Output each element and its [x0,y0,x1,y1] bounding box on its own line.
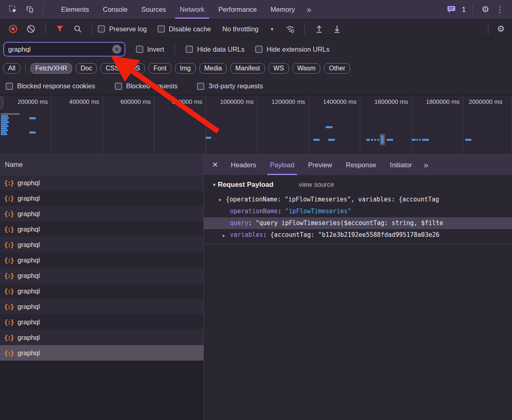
blocked-response-cookies-label: Blocked response cookies [17,82,95,90]
request-row[interactable]: {:}graphql [0,330,203,345]
checkbox[interactable] [6,83,13,90]
checkbox[interactable] [255,46,263,53]
preserve-log-checkbox[interactable]: Preserve log [98,25,147,33]
more-panels-icon[interactable]: » [302,0,315,19]
request-row[interactable]: {:}graphql [0,345,203,361]
divider [304,24,305,34]
device-toolbar-icon[interactable] [24,4,35,15]
checkbox[interactable] [98,25,105,33]
filter-chip-media[interactable]: Media [199,63,227,74]
filter-chip-wasm[interactable]: Wasm [293,63,321,74]
blocked-response-cookies-checkbox[interactable]: Blocked response cookies [6,82,95,90]
messages-icon[interactable] [446,4,457,15]
checkbox[interactable] [136,46,143,53]
export-har-icon[interactable] [332,24,342,34]
filter-chip-css[interactable]: CSS [101,63,124,74]
clear-network-log-button[interactable] [26,24,36,34]
tab-network[interactable]: Network [173,0,212,19]
checkbox[interactable] [115,83,122,90]
more-details-tabs-icon[interactable]: » [419,160,432,170]
filter-input-box[interactable]: ✕ [3,42,125,57]
payload-row-variables[interactable]: ▶variables: {accountTag: "b12e3b2192ee55… [204,229,512,241]
checkbox[interactable] [197,83,204,90]
checkbox[interactable] [158,25,165,33]
payload-value: "query ipFlowTimeseries($accountTag: str… [256,219,443,227]
details-tab-response[interactable]: Response [339,155,383,175]
record-network-log-button[interactable] [8,24,18,34]
triangle-down-icon[interactable]: ▼ [219,194,226,206]
request-row[interactable]: {:}graphql [0,190,203,206]
request-name: graphql [18,272,40,280]
divider [25,63,26,74]
filter-chip-js[interactable]: JS [127,63,145,74]
request-row[interactable]: {:}graphql [0,252,203,268]
filter-chip-manifest[interactable]: Manifest [230,63,265,74]
details-tab-payload[interactable]: Payload [263,155,301,175]
details-tabs: HeadersPayloadPreviewResponseInitiator [224,155,419,175]
filter-funnel-icon[interactable] [55,24,65,34]
clear-filter-icon[interactable]: ✕ [112,45,121,54]
tab-elements[interactable]: Elements [54,0,96,19]
request-name: graphql [18,303,40,311]
search-icon[interactable] [72,24,83,34]
network-conditions-icon[interactable] [285,24,295,34]
inspect-element-icon[interactable] [8,4,18,15]
request-row[interactable]: {:}graphql [0,237,203,252]
third-party-requests-checkbox[interactable]: 3rd-party requests [197,82,263,90]
payload-row-query[interactable]: query: "query ipFlowTimeseries($accountT… [204,217,512,229]
divider [45,24,46,34]
tab-sources[interactable]: Sources [134,0,173,19]
filter-chip-other[interactable]: Other [324,63,350,74]
request-name: graphql [18,334,40,341]
filter-chip-all[interactable]: All [3,63,20,74]
request-row[interactable]: {:}graphql [0,299,203,314]
network-overview-timeline[interactable]: 200000 ms400000 ms600000 ms800000 ms1000… [0,95,512,155]
filter-chip-fetchxhr[interactable]: Fetch/XHR [31,63,72,74]
request-row[interactable]: {:}graphql [0,283,203,299]
filter-input[interactable] [8,46,112,53]
settings-gear-icon[interactable]: ⚙ [478,4,492,14]
details-tab-initiator[interactable]: Initiator [383,155,419,175]
details-tab-preview[interactable]: Preview [301,155,339,175]
triangle-down-icon[interactable]: ▼ [212,182,217,187]
waterfall-bar [1,131,7,133]
waterfall-bar [1,115,8,117]
network-settings-gear-icon[interactable]: ⚙ [494,24,508,34]
divider [175,44,175,55]
timeline-tick: 1600000 ms [360,95,411,154]
request-row[interactable]: {:}graphql [0,221,203,237]
checkbox[interactable] [186,46,193,53]
payload-root-node[interactable]: ▼{operationName: "ipFlowTimeseries", var… [204,194,512,206]
filter-chip-doc[interactable]: Doc [76,63,97,74]
waterfall-bar [206,137,211,139]
request-row[interactable]: {:}graphql [0,314,203,330]
details-tab-headers[interactable]: Headers [224,155,263,175]
close-details-icon[interactable]: ✕ [207,160,224,169]
hide-extension-urls-checkbox[interactable]: Hide extension URLs [255,46,330,53]
request-row[interactable]: {:}graphql [0,206,203,221]
name-column-header[interactable]: Name [0,155,203,175]
import-har-icon[interactable] [314,24,324,34]
filter-chip-font[interactable]: Font [149,63,171,74]
hide-data-urls-checkbox[interactable]: Hide data URLs [186,46,244,53]
view-source-link[interactable]: view source [299,181,334,188]
disable-cache-checkbox[interactable]: Disable cache [158,25,211,33]
request-row[interactable]: {:}graphql [0,175,203,190]
payload-key: operationName [230,208,278,215]
tab-performance[interactable]: Performance [211,0,263,19]
json-braces-icon: {:} [4,241,13,249]
blocked-requests-checkbox[interactable]: Blocked requests [115,82,178,90]
filter-chip-ws[interactable]: WS [269,63,289,74]
tab-console[interactable]: Console [96,0,135,19]
filter-chip-img[interactable]: Img [175,63,196,74]
invert-checkbox[interactable]: Invert [136,46,164,53]
payload-row-operationName[interactable]: operationName: "ipFlowTimeseries" [204,206,512,217]
request-name: graphql [18,318,40,326]
tab-memory[interactable]: Memory [264,0,302,19]
timeline-drag-handle[interactable] [0,96,3,109]
invert-label: Invert [147,46,164,53]
request-row[interactable]: {:}graphql [0,268,203,283]
kebab-menu-icon[interactable]: ⋮ [492,4,507,14]
triangle-right-icon[interactable]: ▶ [223,230,230,241]
throttling-dropdown[interactable]: No throttling ▾ [222,25,274,33]
